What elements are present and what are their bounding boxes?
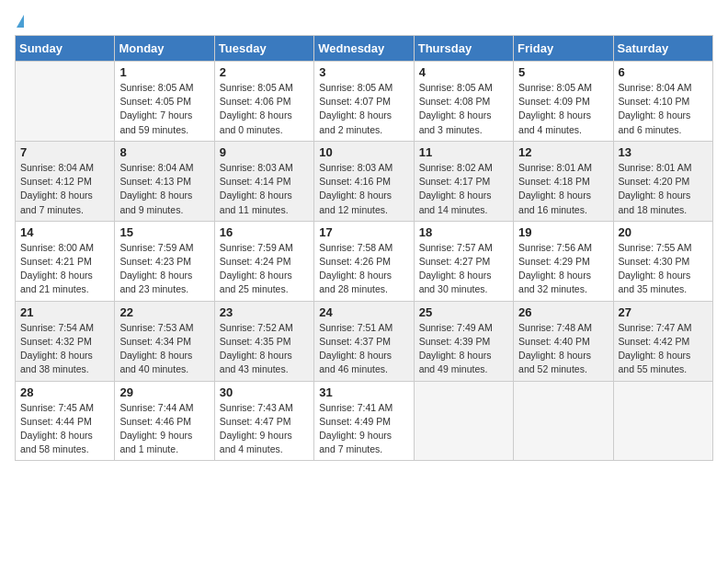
day-number: 13	[619, 145, 708, 159]
header-tuesday: Tuesday	[214, 36, 313, 62]
day-info: Sunrise: 7:55 AMSunset: 4:30 PMDaylight:…	[619, 241, 708, 297]
calendar-cell: 22Sunrise: 7:53 AMSunset: 4:34 PMDayligh…	[115, 301, 214, 381]
day-info: Sunrise: 7:58 AMSunset: 4:26 PMDaylight:…	[319, 241, 408, 297]
calendar-cell: 17Sunrise: 7:58 AMSunset: 4:26 PMDayligh…	[314, 221, 414, 301]
day-info: Sunrise: 8:04 AMSunset: 4:13 PMDaylight:…	[119, 161, 209, 217]
day-number: 17	[319, 225, 408, 239]
day-info: Sunrise: 8:04 AMSunset: 4:10 PMDaylight:…	[619, 81, 708, 137]
calendar-cell: 30Sunrise: 7:43 AMSunset: 4:47 PMDayligh…	[214, 381, 313, 461]
calendar-cell: 8Sunrise: 8:04 AMSunset: 4:13 PMDaylight…	[115, 141, 214, 221]
calendar-cell	[514, 381, 613, 461]
day-number: 5	[518, 65, 608, 79]
calendar-table: SundayMondayTuesdayWednesdayThursdayFrid…	[15, 35, 713, 461]
day-info: Sunrise: 7:59 AMSunset: 4:24 PMDaylight:…	[220, 241, 309, 297]
day-number: 3	[319, 65, 408, 79]
day-number: 30	[220, 385, 309, 399]
day-number: 1	[119, 65, 209, 79]
calendar-cell: 14Sunrise: 8:00 AMSunset: 4:21 PMDayligh…	[16, 221, 115, 301]
logo	[15, 15, 24, 28]
day-info: Sunrise: 8:05 AMSunset: 4:05 PMDaylight:…	[119, 81, 209, 137]
day-number: 7	[20, 145, 109, 159]
calendar-cell: 19Sunrise: 7:56 AMSunset: 4:29 PMDayligh…	[514, 221, 613, 301]
day-info: Sunrise: 8:00 AMSunset: 4:21 PMDaylight:…	[20, 241, 109, 297]
calendar-week-row: 1Sunrise: 8:05 AMSunset: 4:05 PMDaylight…	[16, 62, 713, 142]
day-info: Sunrise: 8:04 AMSunset: 4:12 PMDaylight:…	[20, 161, 109, 217]
calendar-cell: 23Sunrise: 7:52 AMSunset: 4:35 PMDayligh…	[214, 301, 313, 381]
day-info: Sunrise: 8:05 AMSunset: 4:08 PMDaylight:…	[419, 81, 508, 137]
day-number: 26	[518, 305, 608, 319]
day-number: 19	[518, 225, 608, 239]
day-number: 22	[119, 305, 209, 319]
day-number: 2	[220, 65, 309, 79]
day-number: 24	[319, 305, 408, 319]
calendar-cell	[613, 381, 712, 461]
calendar-week-row: 28Sunrise: 7:45 AMSunset: 4:44 PMDayligh…	[16, 381, 713, 461]
day-info: Sunrise: 8:01 AMSunset: 4:20 PMDaylight:…	[619, 161, 708, 217]
day-number: 27	[619, 305, 708, 319]
calendar-cell: 31Sunrise: 7:41 AMSunset: 4:49 PMDayligh…	[314, 381, 414, 461]
day-number: 31	[319, 385, 408, 399]
day-info: Sunrise: 7:45 AMSunset: 4:44 PMDaylight:…	[20, 401, 109, 457]
page-header	[15, 15, 713, 28]
day-number: 11	[419, 145, 508, 159]
calendar-cell: 12Sunrise: 8:01 AMSunset: 4:18 PMDayligh…	[514, 141, 613, 221]
day-number: 28	[20, 385, 109, 399]
day-info: Sunrise: 7:48 AMSunset: 4:40 PMDaylight:…	[518, 321, 608, 377]
header-wednesday: Wednesday	[314, 36, 414, 62]
day-info: Sunrise: 7:43 AMSunset: 4:47 PMDaylight:…	[220, 401, 309, 457]
day-number: 6	[619, 65, 708, 79]
calendar-cell: 6Sunrise: 8:04 AMSunset: 4:10 PMDaylight…	[613, 62, 712, 142]
calendar-cell: 27Sunrise: 7:47 AMSunset: 4:42 PMDayligh…	[613, 301, 712, 381]
calendar-cell: 25Sunrise: 7:49 AMSunset: 4:39 PMDayligh…	[414, 301, 513, 381]
calendar-week-row: 7Sunrise: 8:04 AMSunset: 4:12 PMDaylight…	[16, 141, 713, 221]
day-info: Sunrise: 7:56 AMSunset: 4:29 PMDaylight:…	[518, 241, 608, 297]
calendar-cell: 7Sunrise: 8:04 AMSunset: 4:12 PMDaylight…	[16, 141, 115, 221]
calendar-week-row: 14Sunrise: 8:00 AMSunset: 4:21 PMDayligh…	[16, 221, 713, 301]
header-saturday: Saturday	[613, 36, 712, 62]
header-thursday: Thursday	[414, 36, 513, 62]
calendar-cell: 11Sunrise: 8:02 AMSunset: 4:17 PMDayligh…	[414, 141, 513, 221]
calendar-cell: 3Sunrise: 8:05 AMSunset: 4:07 PMDaylight…	[314, 62, 414, 142]
calendar-cell: 5Sunrise: 8:05 AMSunset: 4:09 PMDaylight…	[514, 62, 613, 142]
day-number: 10	[319, 145, 408, 159]
calendar-cell: 26Sunrise: 7:48 AMSunset: 4:40 PMDayligh…	[514, 301, 613, 381]
day-number: 23	[220, 305, 309, 319]
calendar-cell: 4Sunrise: 8:05 AMSunset: 4:08 PMDaylight…	[414, 62, 513, 142]
day-number: 20	[619, 225, 708, 239]
day-number: 16	[220, 225, 309, 239]
day-number: 8	[119, 145, 209, 159]
calendar-cell: 10Sunrise: 8:03 AMSunset: 4:16 PMDayligh…	[314, 141, 414, 221]
calendar-cell: 13Sunrise: 8:01 AMSunset: 4:20 PMDayligh…	[613, 141, 712, 221]
day-info: Sunrise: 7:54 AMSunset: 4:32 PMDaylight:…	[20, 321, 109, 377]
day-info: Sunrise: 7:59 AMSunset: 4:23 PMDaylight:…	[119, 241, 209, 297]
day-info: Sunrise: 8:05 AMSunset: 4:07 PMDaylight:…	[319, 81, 408, 137]
day-info: Sunrise: 8:02 AMSunset: 4:17 PMDaylight:…	[419, 161, 508, 217]
calendar-cell: 16Sunrise: 7:59 AMSunset: 4:24 PMDayligh…	[214, 221, 313, 301]
day-info: Sunrise: 8:05 AMSunset: 4:06 PMDaylight:…	[220, 81, 309, 137]
day-info: Sunrise: 7:47 AMSunset: 4:42 PMDaylight:…	[619, 321, 708, 377]
calendar-week-row: 21Sunrise: 7:54 AMSunset: 4:32 PMDayligh…	[16, 301, 713, 381]
day-number: 15	[119, 225, 209, 239]
day-info: Sunrise: 8:05 AMSunset: 4:09 PMDaylight:…	[518, 81, 608, 137]
day-info: Sunrise: 7:44 AMSunset: 4:46 PMDaylight:…	[119, 401, 209, 457]
calendar-cell: 2Sunrise: 8:05 AMSunset: 4:06 PMDaylight…	[214, 62, 313, 142]
calendar-cell	[414, 381, 513, 461]
calendar-cell: 20Sunrise: 7:55 AMSunset: 4:30 PMDayligh…	[613, 221, 712, 301]
calendar-cell: 24Sunrise: 7:51 AMSunset: 4:37 PMDayligh…	[314, 301, 414, 381]
calendar-cell: 9Sunrise: 8:03 AMSunset: 4:14 PMDaylight…	[214, 141, 313, 221]
day-info: Sunrise: 7:41 AMSunset: 4:49 PMDaylight:…	[319, 401, 408, 457]
day-info: Sunrise: 7:52 AMSunset: 4:35 PMDaylight:…	[220, 321, 309, 377]
calendar-cell: 28Sunrise: 7:45 AMSunset: 4:44 PMDayligh…	[16, 381, 115, 461]
logo-triangle-icon	[17, 15, 24, 28]
calendar-cell: 18Sunrise: 7:57 AMSunset: 4:27 PMDayligh…	[414, 221, 513, 301]
calendar-cell	[16, 62, 115, 142]
day-info: Sunrise: 7:53 AMSunset: 4:34 PMDaylight:…	[119, 321, 209, 377]
calendar-header-row: SundayMondayTuesdayWednesdayThursdayFrid…	[16, 36, 713, 62]
day-info: Sunrise: 8:03 AMSunset: 4:16 PMDaylight:…	[319, 161, 408, 217]
day-info: Sunrise: 7:49 AMSunset: 4:39 PMDaylight:…	[419, 321, 508, 377]
day-number: 25	[419, 305, 508, 319]
header-sunday: Sunday	[16, 36, 115, 62]
day-number: 9	[220, 145, 309, 159]
day-number: 14	[20, 225, 109, 239]
day-number: 18	[419, 225, 508, 239]
